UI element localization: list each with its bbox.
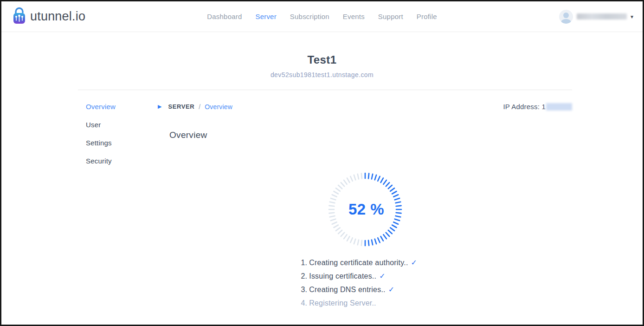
page-title: Overview	[169, 130, 572, 140]
step-text: Creating certificate authority..	[309, 259, 408, 267]
avatar-body-shape	[561, 19, 571, 24]
sidebar-item-overview[interactable]: Overview	[78, 103, 158, 111]
padlock-icon	[12, 7, 27, 26]
nav-item-subscription[interactable]: Subscription	[290, 13, 329, 20]
ip-address-prefix: 1	[541, 103, 546, 111]
server-header: Test1 dev52sub1981test1.utnstage.com	[1, 32, 643, 78]
server-domain: dev52sub1981test1.utnstage.com	[1, 71, 643, 78]
step-number: 1.	[301, 259, 308, 267]
top-navbar: utunnel.io Dashboard Server Subscription…	[1, 1, 643, 32]
step-number: 2.	[301, 272, 308, 280]
main-panel: ▶ SERVER / Overview IP Address: 1 Overvi…	[158, 103, 572, 310]
server-title: Test1	[1, 53, 643, 66]
nav-item-profile[interactable]: Profile	[417, 13, 437, 20]
brand-logo[interactable]: utunnel.io	[12, 7, 85, 26]
sidebar: Overview User Settings Security	[78, 103, 158, 310]
progress-ring: 52 %	[326, 170, 405, 249]
breadcrumb-section: SERVER	[168, 103, 194, 110]
ip-address-redacted	[546, 103, 572, 111]
user-name-redacted	[577, 13, 627, 20]
user-menu[interactable]: ▾	[559, 10, 633, 24]
sidebar-item-user[interactable]: User	[78, 121, 158, 129]
step-number: 4.	[301, 299, 308, 307]
caret-down-icon: ▾	[631, 14, 633, 20]
step-number: 3.	[301, 286, 308, 293]
provisioning-progress: 52 % 1.Creating certificate authority..✓…	[158, 170, 572, 310]
step-text: Registering Server..	[309, 299, 376, 307]
nav-item-support[interactable]: Support	[378, 13, 403, 20]
nav-item-events[interactable]: Events	[343, 13, 365, 20]
main-nav: Dashboard Server Subscription Events Sup…	[207, 13, 437, 20]
app-window: utunnel.io Dashboard Server Subscription…	[0, 0, 644, 326]
avatar	[559, 10, 573, 24]
setup-step-1: 1.Creating certificate authority..✓	[301, 256, 429, 269]
nav-item-server[interactable]: Server	[255, 13, 276, 20]
setup-step-3: 3.Creating DNS entries..✓	[301, 283, 429, 296]
check-icon: ✓	[388, 285, 395, 294]
setup-step-2: 2.Issuing certificates..✓	[301, 269, 429, 283]
step-text: Issuing certificates..	[309, 272, 376, 280]
content-area: Overview User Settings Security ▶ SERVER…	[78, 90, 572, 310]
breadcrumb-current[interactable]: Overview	[205, 103, 232, 111]
play-arrow-icon: ▶	[158, 104, 161, 109]
check-icon: ✓	[411, 258, 418, 267]
ip-address-label: IP Address:	[503, 103, 540, 111]
brand-name: utunnel.io	[30, 9, 85, 24]
check-icon: ✓	[379, 272, 386, 280]
breadcrumb-separator: /	[199, 103, 200, 111]
ip-address: IP Address: 1	[503, 103, 572, 111]
progress-percent-label: 52 %	[326, 170, 405, 249]
step-text: Creating DNS entries..	[309, 286, 385, 293]
nav-item-dashboard[interactable]: Dashboard	[207, 13, 242, 20]
avatar-head-shape	[563, 13, 569, 18]
setup-steps: 1.Creating certificate authority..✓ 2.Is…	[301, 256, 429, 310]
breadcrumb: ▶ SERVER / Overview IP Address: 1	[158, 103, 572, 111]
setup-step-4: 4.Registering Server..	[301, 296, 429, 310]
sidebar-item-security[interactable]: Security	[78, 157, 158, 165]
sidebar-item-settings[interactable]: Settings	[78, 139, 158, 147]
